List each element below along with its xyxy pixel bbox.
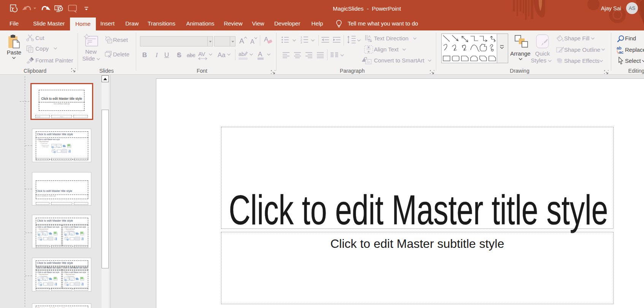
svg-text:A: A: [368, 35, 370, 38]
svg-text:ac: ac: [619, 50, 623, 54]
svg-text:3: 3: [301, 41, 302, 44]
svg-text:2: 2: [301, 38, 302, 41]
